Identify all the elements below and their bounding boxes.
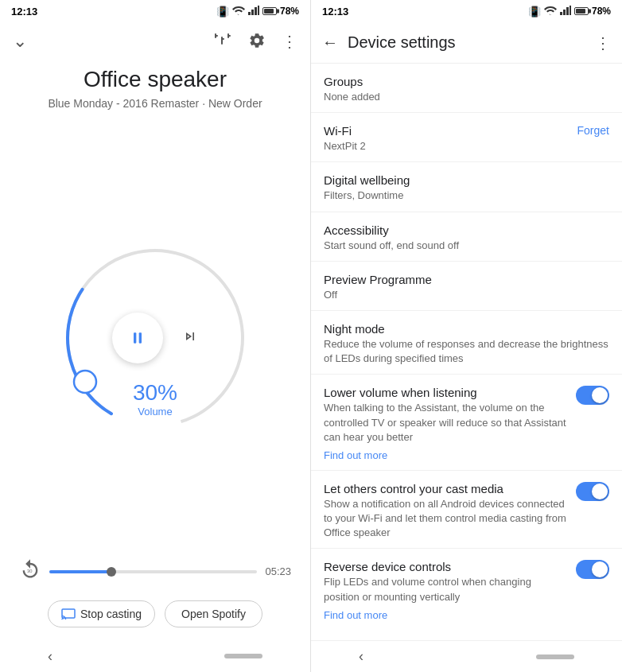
open-spotify-button[interactable]: Open Spotify [165, 600, 262, 627]
settings-list: Groups None added Wi-Fi NextPit 2 Forget… [311, 64, 622, 640]
svg-rect-9 [227, 33, 229, 38]
svg-rect-2 [255, 7, 257, 15]
find-out-more-lower-volume[interactable]: Find out more [324, 449, 387, 461]
settings-section-let-others-control[interactable]: Let others control your cast media Show … [311, 471, 622, 550]
replay-30-button[interactable]: 30 [19, 558, 41, 585]
replay-30-icon: 30 [19, 558, 41, 581]
right-nav-pill [536, 655, 574, 659]
volume-circle-wrapper: 30% Volume [52, 235, 259, 441]
section-title-reverse-device: Reverse device controls [324, 560, 568, 573]
pause-button[interactable] [112, 313, 163, 363]
section-subtitle-accessibility: Start sound off, end sound off [324, 239, 609, 253]
play-controls [112, 313, 198, 363]
section-subtitle-wifi: NextPit 2 [324, 139, 366, 153]
settings-section-preview-programme[interactable]: Preview Programme Off [311, 262, 622, 311]
left-more-vert-button[interactable]: ⋮ [282, 32, 297, 51]
section-title-night-mode: Night mode [324, 322, 609, 336]
pause-icon [130, 330, 146, 346]
bottom-buttons: Stop casting Open Spotify [0, 591, 310, 640]
right-panel-title: Device settings [348, 33, 585, 52]
settings-section-wifi[interactable]: Wi-Fi NextPit 2 Forget [311, 113, 622, 162]
settings-section-digital-wellbeing[interactable]: Digital wellbeing Filters, Downtime [311, 162, 622, 212]
left-status-bar: 12:13 📳 78% [0, 0, 310, 22]
section-subtitle-night-mode: Reduce the volume of responses and decre… [324, 337, 609, 366]
device-title: Office speaker [0, 67, 310, 92]
gear-icon [248, 32, 266, 49]
volume-circle-container: 30% Volume [0, 118, 310, 558]
stop-casting-label: Stop casting [80, 608, 142, 620]
toggle-let-others-control[interactable] [576, 482, 609, 501]
left-status-icons: 📳 78% [216, 6, 299, 17]
find-out-more-reverse-device[interactable]: Find out more [324, 609, 387, 621]
left-top-bar: ⌄ ⋮ [0, 22, 310, 60]
section-subtitle-reverse-device: Flip LEDs and volume control when changi… [324, 575, 568, 604]
toggle-lower-volume[interactable] [576, 386, 609, 405]
vibrate-icon: 📳 [216, 6, 229, 17]
left-nav-back[interactable]: ‹ [48, 648, 52, 665]
svg-rect-14 [139, 332, 142, 343]
svg-point-12 [74, 371, 96, 393]
back-button[interactable]: ← [322, 33, 338, 52]
section-subtitle-lower-volume: When talking to the Assistant, the volum… [324, 401, 568, 445]
wifi-status-icon [232, 6, 245, 17]
left-time: 12:13 [11, 6, 37, 17]
svg-rect-20 [566, 7, 569, 15]
signal-status-icon [248, 6, 259, 17]
right-status-icons: 📳 78% [528, 6, 611, 17]
volume-display: 30% Volume [133, 380, 177, 418]
svg-text:30: 30 [27, 569, 33, 573]
skip-next-icon [182, 328, 198, 344]
equalizer-button[interactable] [215, 33, 232, 50]
progress-dot [107, 567, 116, 577]
next-button[interactable] [182, 328, 198, 348]
right-panel: 12:13 📳 78% ← Device settings ⋮ [311, 0, 622, 672]
svg-rect-21 [570, 6, 571, 15]
svg-rect-1 [251, 10, 254, 15]
right-header: ← Device settings ⋮ [311, 22, 622, 64]
left-battery-percent: 78% [280, 6, 299, 17]
top-bar-right: ⋮ [215, 32, 297, 52]
settings-section-reverse-device[interactable]: Reverse device controls Flip LEDs and vo… [311, 549, 622, 629]
settings-section-accessibility[interactable]: Accessibility Start sound off, end sound… [311, 212, 622, 262]
section-title-groups: Groups [324, 75, 609, 88]
right-nav-back[interactable]: ‹ [359, 648, 363, 665]
toggle-reverse-device[interactable] [576, 560, 609, 579]
left-nav-pill [224, 654, 262, 658]
progress-fill [49, 570, 111, 573]
settings-section-night-mode[interactable]: Night mode Reduce the volume of response… [311, 311, 622, 375]
volume-label: Volume [133, 406, 177, 418]
chevron-down-button[interactable]: ⌄ [13, 31, 27, 52]
section-title-accessibility: Accessibility [324, 223, 609, 237]
section-title-digital-wellbeing: Digital wellbeing [324, 173, 609, 187]
svg-rect-0 [248, 12, 251, 15]
svg-rect-7 [221, 37, 223, 45]
settings-section-lower-volume[interactable]: Lower volume when listening When talking… [311, 375, 622, 471]
section-title-preview-programme: Preview Programme [324, 273, 609, 286]
progress-bar[interactable] [49, 570, 257, 573]
section-subtitle-let-others-control: Show a notification on all Android devic… [324, 497, 568, 541]
forget-button-wifi[interactable]: Forget [577, 124, 609, 137]
equalizer-icon [215, 33, 232, 48]
right-nav-bar: ‹ [311, 640, 622, 672]
left-nav-bar: ‹ [0, 640, 310, 672]
time-remaining: 05:23 [265, 565, 291, 577]
right-more-vert-button[interactable]: ⋮ [595, 33, 611, 52]
svg-rect-5 [215, 33, 216, 38]
settings-button[interactable] [248, 32, 266, 52]
right-time: 12:13 [322, 6, 348, 17]
right-status-bar: 12:13 📳 78% [311, 0, 622, 22]
open-spotify-label: Open Spotify [181, 608, 246, 620]
stop-casting-button[interactable]: Stop casting [48, 600, 155, 627]
right-wifi-icon [544, 6, 557, 17]
section-subtitle-preview-programme: Off [324, 288, 609, 302]
svg-rect-18 [560, 12, 562, 15]
song-info: Blue Monday - 2016 Remaster · New Order [0, 97, 310, 110]
volume-number: 30% [133, 380, 177, 406]
cast-icon [61, 608, 76, 620]
section-subtitle-groups: None added [324, 90, 609, 104]
right-battery-icon [574, 7, 589, 15]
settings-section-groups[interactable]: Groups None added [311, 64, 622, 113]
section-title-lower-volume: Lower volume when listening [324, 386, 568, 399]
right-battery-percent: 78% [592, 6, 611, 17]
svg-rect-19 [563, 10, 566, 15]
